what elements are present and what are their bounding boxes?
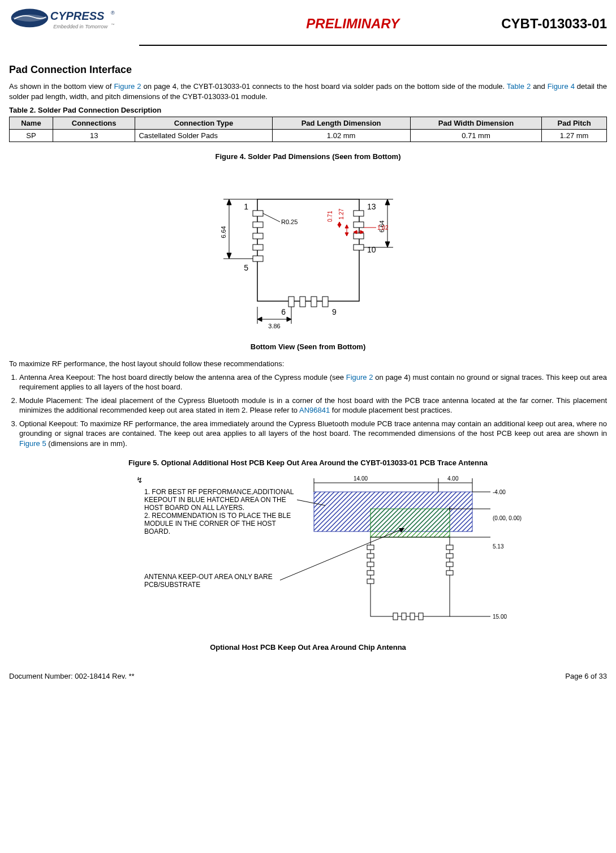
svg-text:10: 10 — [367, 245, 376, 254]
svg-marker-55 — [257, 317, 262, 322]
svg-rect-17 — [311, 297, 317, 307]
svg-text:4.00: 4.00 — [447, 475, 459, 482]
th-pad-width: Pad Width Dimension — [410, 117, 542, 130]
document-number: Document Number: 002-18414 Rev. ** — [9, 672, 135, 680]
svg-text:1.02: 1.02 — [377, 225, 389, 231]
logo-block: CYPRESS ® Embedded in Tomorrow ™ — [9, 5, 122, 42]
svg-rect-65 — [367, 562, 374, 567]
svg-rect-9 — [253, 245, 263, 250]
intro-paragraph: As shown in the bottom view of Figure 2 … — [9, 82, 607, 101]
recommendations-intro: To maximize RF performance, the host lay… — [9, 359, 607, 369]
svg-rect-16 — [300, 297, 305, 307]
td: 13 — [53, 130, 135, 142]
svg-rect-11 — [354, 211, 364, 216]
th-pad-length: Pad Length Dimension — [272, 117, 410, 130]
rec-text: for module placement best practices. — [330, 406, 452, 414]
part-number: CYBT-013033-01 — [501, 16, 607, 32]
rec-text: (dimensions are in mm). — [46, 439, 127, 448]
figure-5: 1. FOR BEST RF PERFORMANCE,ADDITIONAL KE… — [9, 471, 607, 637]
th-connections: Connections — [53, 117, 135, 130]
svg-rect-6 — [253, 211, 263, 216]
svg-marker-45 — [338, 224, 341, 228]
table-row: Name Connections Connection Type Pad Len… — [10, 117, 607, 130]
table-row: SP 13 Castellated Solder Pads 1.02 mm 0.… — [10, 130, 607, 142]
svg-rect-62 — [371, 537, 450, 616]
svg-text:0.71: 0.71 — [327, 211, 333, 222]
link-figure-2[interactable]: Figure 2 — [114, 82, 141, 91]
svg-rect-75 — [419, 613, 423, 620]
svg-text:↯: ↯ — [136, 475, 143, 485]
link-table-2[interactable]: Table 2 — [507, 82, 531, 91]
th-name: Name — [10, 117, 53, 130]
page-header: CYPRESS ® Embedded in Tomorrow ™ PRELIMI… — [9, 5, 607, 42]
intro-text: and — [531, 82, 548, 91]
td: Castellated Solder Pads — [135, 130, 272, 142]
rec-text: Optional Keepout: To maximize RF perform… — [19, 419, 607, 438]
svg-rect-8 — [253, 233, 263, 239]
svg-rect-67 — [367, 579, 374, 584]
link-figure-5[interactable]: Figure 5 — [19, 439, 46, 448]
intro-text: on page 4, the CYBT-013033-01 connects t… — [141, 82, 506, 91]
svg-text:1: 1 — [244, 202, 248, 211]
svg-text:ANTENNA KEEP-OUT AREA ONLY BAR: ANTENNA KEEP-OUT AREA ONLY BARE PCB/SUBS… — [144, 573, 274, 589]
svg-text:Embedded in Tomorrow: Embedded in Tomorrow — [53, 24, 108, 29]
svg-text:14.00: 14.00 — [354, 475, 368, 482]
list-item: Optional Keepout: To maximize RF perform… — [19, 419, 607, 449]
svg-marker-47 — [345, 225, 348, 228]
preliminary-label: PRELIMINARY — [306, 16, 399, 32]
figure-5-caption: Figure 5. Optional Additional Host PCB K… — [9, 458, 607, 467]
header-titles: PRELIMINARY CYBT-013033-01 — [122, 16, 607, 32]
svg-rect-69 — [446, 554, 453, 558]
svg-rect-68 — [446, 545, 453, 550]
svg-text:6.64: 6.64 — [220, 226, 227, 238]
svg-text:-4.00: -4.00 — [493, 489, 506, 495]
svg-rect-18 — [322, 297, 328, 307]
svg-text:5: 5 — [244, 263, 248, 272]
link-figure-4[interactable]: Figure 4 — [548, 82, 575, 91]
svg-text:(0.00, 0.00): (0.00, 0.00) — [493, 515, 522, 521]
cypress-logo: CYPRESS ® Embedded in Tomorrow ™ — [9, 5, 122, 42]
td: 1.02 mm — [272, 130, 410, 142]
svg-marker-56 — [287, 317, 291, 322]
figure-4-caption: Figure 4. Solder Pad Dimensions (Seen fr… — [9, 152, 607, 161]
svg-rect-7 — [253, 222, 263, 228]
svg-text:1. FOR BEST RF PERFORMANCE,ADD: 1. FOR BEST RF PERFORMANCE,ADDITIONAL KE… — [144, 488, 295, 535]
svg-marker-28 — [227, 199, 231, 205]
svg-rect-71 — [446, 571, 453, 575]
svg-rect-61 — [371, 509, 450, 537]
svg-text:13: 13 — [367, 202, 376, 211]
svg-rect-64 — [367, 554, 374, 558]
list-item: Antenna Area Keepout: The host board dir… — [19, 372, 607, 392]
page-number: Page 6 of 33 — [565, 672, 607, 680]
link-figure-2[interactable]: Figure 2 — [346, 373, 373, 382]
svg-rect-15 — [288, 297, 294, 307]
page-footer: Document Number: 002-18414 Rev. ** Page … — [9, 672, 607, 680]
table-2-caption: Table 2. Solder Pad Connection Descripti… — [9, 106, 607, 114]
figure-4-subcaption: Bottom View (Seen from Bottom) — [9, 342, 607, 351]
svg-rect-72 — [393, 613, 398, 620]
section-title: Pad Connection Interface — [9, 64, 607, 76]
td: 0.71 mm — [410, 130, 542, 142]
svg-line-77 — [280, 528, 404, 580]
td: 1.27 mm — [542, 130, 607, 142]
svg-text:5.13: 5.13 — [493, 543, 504, 550]
th-connection-type: Connection Type — [135, 117, 272, 130]
td: SP — [10, 130, 53, 142]
svg-text:15.00: 15.00 — [493, 614, 507, 620]
svg-rect-70 — [446, 562, 453, 567]
svg-marker-35 — [385, 242, 390, 247]
svg-rect-10 — [253, 256, 263, 262]
svg-marker-34 — [385, 199, 390, 205]
th-pad-pitch: Pad Pitch — [542, 117, 607, 130]
table-2: Name Connections Connection Type Pad Len… — [9, 117, 607, 142]
link-an96841[interactable]: AN96841 — [299, 406, 330, 414]
svg-rect-63 — [367, 545, 374, 550]
svg-text:CYPRESS: CYPRESS — [50, 10, 105, 22]
svg-rect-14 — [354, 245, 364, 250]
svg-text:3.86: 3.86 — [268, 323, 280, 329]
svg-marker-48 — [345, 233, 348, 236]
rec-text: Antenna Area Keepout: The host board dir… — [19, 373, 346, 382]
figure-5-subcaption: Optional Host PCB Keep Out Area Around C… — [9, 643, 607, 651]
svg-marker-29 — [227, 253, 231, 259]
header-rule — [139, 45, 607, 46]
